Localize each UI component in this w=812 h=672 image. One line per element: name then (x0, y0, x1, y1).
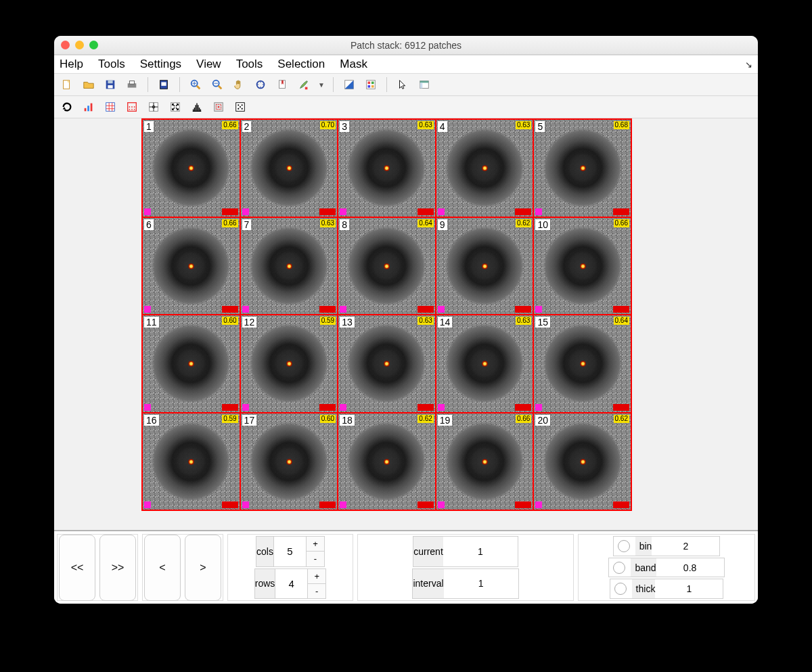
menu-settings[interactable]: Settings (140, 58, 181, 71)
prev-page-button[interactable]: < (144, 535, 181, 601)
menu-mask[interactable]: Mask (340, 58, 367, 71)
brush-dropdown-icon[interactable]: ▼ (318, 81, 325, 89)
bin-value[interactable]: 2 (652, 541, 719, 552)
histogram-icon[interactable] (189, 99, 204, 114)
new-file-icon[interactable] (60, 77, 74, 92)
patch-index: 10 (535, 219, 550, 230)
patch-index: 16 (144, 415, 159, 426)
canvas-area[interactable]: 10.6620.7030.6340.6350.6860.6670.6380.64… (54, 118, 758, 531)
svg-line-10 (197, 86, 200, 89)
toolbar-2 (54, 96, 758, 118)
thick-value[interactable]: 1 (655, 583, 723, 594)
patch-score: 0.62 (418, 415, 433, 423)
zoom-out-icon[interactable] (210, 77, 225, 92)
selection-box-icon[interactable] (211, 99, 226, 114)
bars-icon[interactable] (81, 99, 96, 114)
svg-rect-6 (129, 81, 134, 85)
rows-decrement-button[interactable]: - (308, 584, 325, 598)
patch-cell[interactable]: 140.63 (436, 315, 534, 413)
dotted-box-icon[interactable] (125, 99, 139, 114)
window-layout-icon[interactable] (417, 77, 432, 92)
next-page-button[interactable]: > (185, 535, 221, 601)
patch-flag-red (319, 208, 336, 215)
open-folder-icon[interactable] (81, 77, 96, 92)
crosshair-icon[interactable] (146, 99, 161, 114)
current-value[interactable]: 1 (443, 537, 518, 566)
page-view-icon[interactable] (156, 77, 171, 92)
patch-index: 14 (438, 317, 453, 328)
patch-cell[interactable]: 20.70 (240, 119, 338, 217)
patch-cell[interactable]: 190.66 (436, 413, 534, 511)
band-radio[interactable] (613, 562, 625, 574)
svg-rect-25 (371, 85, 374, 88)
rows-increment-button[interactable]: + (308, 569, 325, 584)
patch-flag-red (613, 501, 629, 508)
patch-index: 12 (242, 317, 257, 328)
patch-cell[interactable]: 40.63 (436, 119, 534, 217)
patch-cell[interactable]: 70.63 (240, 217, 338, 315)
refresh-icon[interactable] (60, 99, 74, 114)
save-icon[interactable] (103, 77, 118, 92)
patch-cell[interactable]: 60.66 (142, 217, 240, 315)
footer-controls: << >> < > cols 5 + - rows 4 (54, 531, 758, 604)
reset-zoom-icon[interactable] (253, 77, 268, 92)
svg-rect-28 (420, 83, 423, 88)
menu-tools[interactable]: Tools (98, 58, 125, 71)
band-value[interactable]: 0.8 (656, 562, 724, 573)
grid-icon[interactable] (103, 99, 118, 114)
grid-size-controls: cols 5 + - rows 4 + - (227, 534, 353, 601)
menu-tools-2[interactable]: Tools (236, 58, 263, 71)
cols-decrement-button[interactable]: - (307, 552, 324, 566)
bookmark-icon[interactable] (275, 77, 290, 92)
patch-cell[interactable]: 100.66 (533, 217, 631, 315)
thick-radio[interactable] (614, 583, 627, 595)
menu-selection[interactable]: Selection (277, 58, 325, 71)
patch-flag-magenta (242, 501, 249, 508)
patch-flag-magenta (535, 208, 542, 215)
pointer-icon[interactable] (395, 77, 410, 92)
brush-icon[interactable] (296, 77, 311, 92)
svg-line-14 (219, 86, 222, 89)
patch-flag-magenta (144, 404, 151, 411)
patch-cell[interactable]: 150.64 (533, 315, 631, 413)
dice-icon[interactable] (233, 99, 248, 114)
patch-cell[interactable]: 30.63 (338, 119, 436, 217)
patch-cell[interactable]: 90.62 (436, 217, 534, 315)
patch-score: 0.70 (320, 121, 336, 129)
patch-cell[interactable]: 10.66 (142, 119, 240, 217)
last-page-button[interactable]: >> (99, 535, 136, 601)
svg-point-56 (240, 106, 241, 108)
patch-cell[interactable]: 160.59 (142, 413, 240, 511)
patch-cell[interactable]: 120.59 (240, 315, 338, 413)
svg-marker-29 (63, 107, 66, 110)
bin-radio[interactable] (618, 540, 630, 552)
menu-help[interactable]: Help (60, 58, 83, 71)
patch-score: 0.66 (222, 121, 238, 129)
patch-cell[interactable]: 180.62 (338, 413, 436, 511)
interval-value[interactable]: 1 (444, 569, 518, 599)
patch-cell[interactable]: 200.62 (533, 413, 631, 511)
patch-cell[interactable]: 110.60 (142, 315, 240, 413)
svg-point-39 (129, 106, 131, 108)
collapse-icon[interactable]: ↘ (745, 60, 752, 70)
patch-flag-red (418, 208, 434, 215)
patch-cell[interactable]: 170.60 (240, 413, 338, 511)
hand-icon[interactable] (231, 77, 246, 92)
patch-index: 7 (242, 219, 252, 230)
patch-cell[interactable]: 130.63 (338, 315, 436, 413)
menu-view[interactable]: View (196, 58, 221, 71)
svg-point-54 (238, 104, 239, 106)
patch-index: 13 (340, 317, 355, 328)
zoom-in-icon[interactable] (188, 77, 203, 92)
contrast-icon[interactable] (342, 77, 357, 92)
app-window: Patch stack: 6912 patches Help Tools Set… (54, 36, 758, 604)
patch-cell[interactable]: 80.64 (338, 217, 436, 315)
patch-cell[interactable]: 50.68 (533, 119, 631, 217)
menu-bar: Help Tools Settings View Tools Selection… (54, 55, 758, 74)
print-icon[interactable] (125, 77, 139, 92)
cols-increment-button[interactable]: + (307, 537, 324, 552)
expand-icon[interactable] (168, 99, 183, 114)
svg-point-44 (134, 109, 135, 110)
first-page-button[interactable]: << (59, 535, 95, 601)
grid-view-icon[interactable] (363, 77, 378, 92)
